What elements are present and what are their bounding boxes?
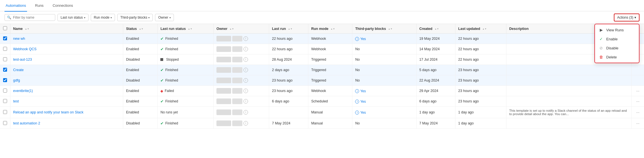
row-status: Enabled bbox=[123, 86, 158, 96]
nav-tab-connections[interactable]: Connections bbox=[52, 0, 74, 12]
filter-run-mode[interactable]: Run mode ▾ bbox=[91, 14, 115, 21]
stopped-icon bbox=[160, 58, 163, 61]
info-icon[interactable]: i bbox=[244, 121, 248, 126]
sort-icon[interactable]: ▲▼ bbox=[288, 28, 293, 30]
info-icon[interactable]: i bbox=[244, 89, 248, 93]
more-actions-button[interactable]: ··· bbox=[634, 109, 641, 115]
row-checkbox[interactable] bbox=[3, 68, 7, 72]
row-checkbox[interactable] bbox=[3, 47, 7, 51]
run-status-content: ✔ Finished bbox=[160, 78, 178, 83]
dropdown-view-runs[interactable]: ▶ View Runs bbox=[595, 25, 639, 34]
yes-badge: i Yes bbox=[355, 89, 366, 93]
disable-icon: ⊘ bbox=[599, 46, 603, 50]
run-status-content: No runs yet bbox=[160, 110, 178, 114]
actions-dropdown-menu: ▶ View Runs ✓ Enable ⊘ Disable 🗑 Delete bbox=[594, 24, 639, 63]
row-created: 29 Apr 2024 bbox=[416, 86, 455, 96]
check-icon: ✓ bbox=[599, 37, 603, 41]
row-checkbox[interactable] bbox=[3, 36, 7, 40]
table-body: new whEnabled✔ Finishedi22 hours agoWebh… bbox=[0, 34, 644, 129]
row-last-run-status: ✔ Finished bbox=[158, 118, 213, 129]
sort-icon[interactable]: ▲▼ bbox=[331, 28, 335, 30]
table-row: test automation 2Disabled✔ Finishedi7 Ma… bbox=[0, 118, 644, 129]
view-runs-icon: ▶ bbox=[599, 28, 603, 32]
row-owner: i bbox=[213, 86, 269, 96]
table-header: Name ▲▼ Status ▲▼ Last run status ▲▼ Own… bbox=[0, 24, 644, 34]
sort-icon[interactable]: ▲▼ bbox=[435, 28, 439, 30]
filter-label: Run mode bbox=[94, 16, 109, 19]
col-header-last-run: Last run ▲▼ bbox=[269, 24, 308, 34]
select-all-checkbox[interactable] bbox=[3, 26, 7, 30]
avatar bbox=[216, 46, 231, 52]
row-checkbox[interactable] bbox=[3, 121, 7, 125]
info-icon[interactable]: i bbox=[244, 36, 248, 41]
row-name: test bbox=[10, 96, 123, 107]
sort-icon[interactable]: ▲▼ bbox=[482, 28, 487, 30]
info-icon[interactable]: i bbox=[244, 99, 248, 104]
row-last-updated: 1 day ago bbox=[455, 118, 506, 129]
filter-label: Last run status bbox=[61, 16, 83, 19]
row-status: Disabled bbox=[123, 54, 158, 65]
run-status-content: ✔ Finished bbox=[160, 47, 178, 51]
row-owner: i bbox=[213, 118, 269, 129]
row-last-updated: 1 day ago bbox=[455, 107, 506, 118]
more-actions-button[interactable]: ··· bbox=[634, 98, 641, 104]
sort-icon[interactable]: ▲▼ bbox=[25, 28, 29, 30]
row-status: Disabled bbox=[123, 118, 158, 129]
row-owner: i bbox=[213, 54, 269, 65]
actions-button[interactable]: Actions (3) ▾ bbox=[614, 14, 639, 21]
avatar-name bbox=[232, 88, 242, 94]
row-last-run: 28 Aug 2024 bbox=[269, 54, 308, 65]
table-container: Name ▲▼ Status ▲▼ Last run status ▲▼ Own… bbox=[0, 24, 644, 129]
info-icon[interactable]: i bbox=[244, 78, 248, 83]
table-row: Reload an app and notify your team on Sl… bbox=[0, 107, 644, 118]
row-checkbox-cell bbox=[0, 118, 10, 129]
nav-tab-automations[interactable]: Automations bbox=[5, 0, 27, 12]
sort-icon[interactable]: ▲▼ bbox=[139, 28, 143, 30]
row-description bbox=[506, 86, 632, 96]
info-icon[interactable]: i bbox=[244, 47, 248, 51]
sort-icon[interactable]: ▲▼ bbox=[229, 28, 234, 30]
row-run-mode: Webhook bbox=[308, 44, 352, 54]
run-status-content: ✔ Finished bbox=[160, 36, 178, 41]
dropdown-disable[interactable]: ⊘ Disable bbox=[595, 43, 639, 52]
filter-third-party-blocks[interactable]: Third-party blocks ▾ bbox=[117, 14, 153, 21]
dropdown-delete[interactable]: 🗑 Delete bbox=[595, 52, 639, 62]
run-status-content: ✔ Finished bbox=[160, 99, 178, 104]
row-checkbox[interactable] bbox=[3, 99, 7, 103]
dropdown-label: Disable bbox=[606, 46, 618, 50]
finished-icon: ✔ bbox=[160, 78, 164, 83]
dropdown-enable[interactable]: ✓ Enable bbox=[595, 34, 639, 43]
search-box[interactable]: 🔍 bbox=[5, 14, 55, 21]
actions-label: Actions (3) bbox=[617, 16, 633, 19]
info-circle-icon: i bbox=[355, 37, 359, 41]
row-checkbox[interactable] bbox=[3, 78, 7, 82]
row-created: 14 May 2024 bbox=[416, 44, 455, 54]
row-checkbox[interactable] bbox=[3, 110, 7, 114]
info-icon[interactable]: i bbox=[244, 68, 248, 72]
row-checkbox[interactable] bbox=[3, 89, 7, 93]
table-row: Webhook QCSEnabled✔ Finishedi22 hours ag… bbox=[0, 44, 644, 54]
more-actions-button[interactable]: ··· bbox=[634, 88, 641, 94]
filter-last-run-status[interactable]: Last run status ▾ bbox=[57, 14, 88, 21]
nav-tabs: Automations Runs Connections bbox=[0, 0, 644, 11]
nav-tab-runs[interactable]: Runs bbox=[34, 0, 45, 12]
row-actions-cell: ··· bbox=[632, 86, 644, 96]
info-icon[interactable]: i bbox=[244, 57, 248, 62]
search-icon: 🔍 bbox=[7, 16, 11, 19]
more-actions-button[interactable]: ··· bbox=[634, 120, 641, 126]
row-last-run-status: ✔ Finished bbox=[158, 44, 213, 54]
col-header-last-run-status: Last run status ▲▼ bbox=[158, 24, 213, 34]
sort-icon[interactable]: ▲▼ bbox=[388, 28, 393, 30]
info-icon[interactable]: i bbox=[244, 110, 248, 115]
row-name: eventbrite(1) bbox=[10, 86, 123, 96]
row-checkbox[interactable] bbox=[3, 57, 7, 61]
chevron-down-icon: ▾ bbox=[169, 16, 171, 19]
sort-icon[interactable]: ▲▼ bbox=[188, 28, 192, 30]
filter-owner[interactable]: Owner ▾ bbox=[155, 14, 174, 21]
row-owner: i bbox=[213, 96, 269, 107]
search-input[interactable] bbox=[13, 16, 53, 19]
avatar bbox=[216, 98, 231, 104]
avatar-name bbox=[232, 36, 242, 41]
finished-icon: ✔ bbox=[160, 68, 164, 72]
row-run-mode: Webhook bbox=[308, 34, 352, 44]
